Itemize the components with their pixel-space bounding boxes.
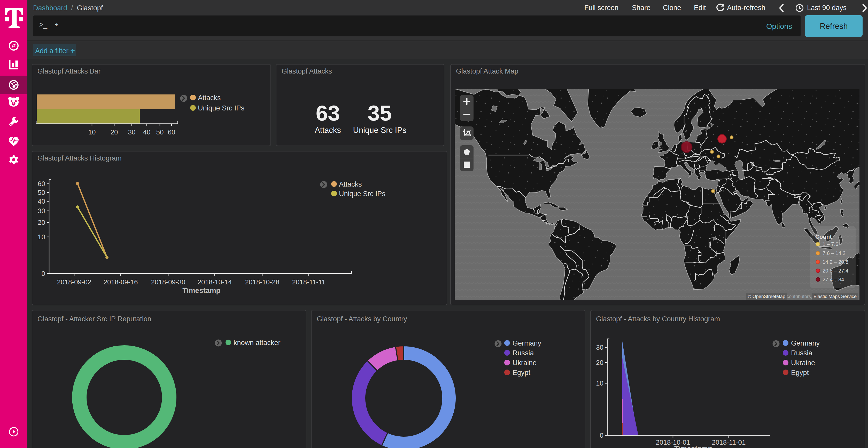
svg-text:Germany: Germany	[513, 339, 541, 347]
svg-text:Russia: Russia	[791, 349, 813, 357]
svg-text:Unique Src IPs: Unique Src IPs	[198, 104, 244, 112]
svg-text:20: 20	[38, 218, 45, 226]
svg-text:14.2 – 20.8: 14.2 – 20.8	[823, 259, 848, 265]
svg-text:2018-09-16: 2018-09-16	[103, 278, 138, 286]
svg-text:30: 30	[596, 343, 603, 351]
svg-text:27.4 – 34: 27.4 – 34	[823, 277, 844, 282]
svg-text:60: 60	[38, 180, 45, 187]
svg-text:2018-09-02: 2018-09-02	[57, 278, 91, 286]
svg-text:50: 50	[38, 188, 45, 196]
svg-text:30: 30	[38, 207, 45, 215]
svg-text:known attacker: known attacker	[234, 339, 281, 347]
svg-text:2018-11-11: 2018-11-11	[292, 278, 325, 286]
svg-text:© OpenStreetMap contributors,: © OpenStreetMap contributors, Elastic Ma…	[748, 294, 857, 299]
svg-text:40: 40	[38, 198, 45, 205]
svg-text:20: 20	[111, 128, 118, 136]
svg-text:2018-09-30: 2018-09-30	[151, 278, 185, 286]
svg-text:2018-10-28: 2018-10-28	[245, 278, 280, 286]
svg-text:Unique Src IPs: Unique Src IPs	[339, 190, 385, 198]
svg-text:0: 0	[600, 432, 603, 439]
svg-text:Egypt: Egypt	[791, 369, 809, 377]
svg-text:2018-10-14: 2018-10-14	[197, 278, 232, 286]
svg-text:60: 60	[168, 128, 176, 136]
svg-text:2018-11-01: 2018-11-01	[712, 439, 746, 446]
svg-text:7.6 – 14.2: 7.6 – 14.2	[823, 250, 845, 256]
svg-text:Ukraine: Ukraine	[513, 359, 536, 367]
svg-text:1 – 7.6: 1 – 7.6	[823, 241, 838, 247]
svg-text:Timestamp: Timestamp	[182, 286, 220, 295]
svg-text:Attacks: Attacks	[339, 180, 362, 188]
svg-text:Russia: Russia	[513, 349, 534, 357]
svg-text:50: 50	[156, 128, 164, 136]
svg-text:Germany: Germany	[791, 339, 820, 347]
svg-text:10: 10	[596, 379, 603, 387]
svg-text:30: 30	[128, 128, 135, 136]
svg-text:10: 10	[88, 128, 96, 136]
svg-text:20.8 – 27.4: 20.8 – 27.4	[823, 268, 848, 274]
svg-text:Attacks: Attacks	[198, 94, 221, 102]
svg-text:0: 0	[41, 270, 45, 277]
svg-text:Egypt: Egypt	[513, 369, 531, 377]
svg-text:Count: Count	[815, 234, 832, 240]
svg-text:Ukraine: Ukraine	[791, 359, 815, 367]
svg-text:40: 40	[143, 128, 151, 136]
svg-text:20: 20	[596, 359, 603, 367]
svg-text:10: 10	[38, 233, 45, 241]
